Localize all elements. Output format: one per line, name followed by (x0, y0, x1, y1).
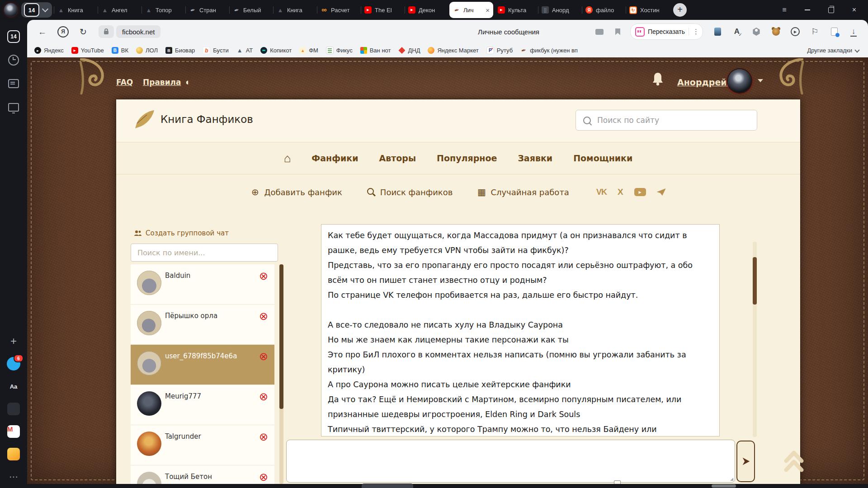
sidebar-app-icon[interactable] (7, 334, 20, 348)
delete-chat-icon[interactable]: ⊗ (259, 472, 268, 483)
social-icon[interactable] (657, 188, 666, 196)
theme-toggle-icon[interactable]: ◐ (185, 77, 190, 87)
avatar[interactable] (728, 69, 751, 93)
comments-icon[interactable] (595, 29, 604, 35)
extension-icon[interactable] (790, 26, 801, 37)
browser-tab[interactable]: Лич × (449, 2, 493, 18)
bookmark-item[interactable]: Ван нот (360, 47, 391, 54)
url-host-chip[interactable]: ficbook.net (116, 25, 161, 38)
bookmark-item[interactable]: ЛОЛ (136, 47, 158, 54)
user-menu-caret-icon[interactable] (758, 79, 763, 85)
sidebar-icon[interactable] (7, 100, 20, 114)
chat-list-item[interactable]: Meurig777 ⊗ (131, 385, 274, 425)
delete-chat-icon[interactable]: ⊗ (259, 311, 268, 322)
bookmark-item[interactable]: АТ (236, 47, 253, 54)
extension-icon[interactable] (770, 26, 781, 37)
bottom-cut-button[interactable] (712, 484, 736, 488)
browser-profile-avatar[interactable] (4, 3, 18, 17)
back-icon[interactable]: ← (38, 28, 47, 36)
nav-link[interactable]: Популярное (437, 153, 497, 163)
subnav-link[interactable]: Случайная работа (477, 188, 569, 197)
minimize-icon[interactable] (805, 9, 810, 10)
sidebar-app-icon[interactable] (7, 470, 20, 483)
reply-textarea[interactable] (287, 440, 735, 482)
bookmark-item[interactable]: Рутуб (486, 47, 513, 54)
chat-scrollbar-thumb[interactable] (279, 264, 283, 409)
rules-link[interactable]: Правила (143, 78, 181, 87)
social-icon[interactable] (618, 187, 623, 197)
faq-link[interactable]: FAQ (116, 78, 133, 87)
chat-list-item[interactable]: Talgrunder ⊗ (131, 425, 274, 465)
site-logo[interactable]: Книга Фанфиков (133, 109, 253, 129)
thread-scrollbar[interactable] (753, 242, 757, 437)
tab-close-icon[interactable]: × (486, 7, 490, 14)
extension-icon[interactable] (731, 26, 742, 37)
nav-link[interactable]: Заявки (518, 153, 552, 163)
nav-link[interactable]: Авторы (379, 153, 416, 163)
delete-chat-icon[interactable]: ⊗ (259, 351, 268, 362)
chat-list-item[interactable]: Balduin ⊗ (131, 264, 274, 305)
chat-scrollbar[interactable] (279, 264, 283, 484)
create-group-chat-link[interactable]: Создать групповой чат (134, 229, 229, 237)
bookmark-item[interactable]: YouTube (71, 47, 104, 54)
bookmark-item[interactable]: Яндекс Маркет (428, 47, 478, 54)
browser-tab[interactable]: Ангел × (98, 0, 142, 20)
maximize-icon[interactable] (828, 7, 834, 13)
browser-tab[interactable]: Топор × (142, 0, 185, 20)
browser-tab[interactable]: Анорд × (538, 0, 582, 20)
horizontal-scrollbar-thumb[interactable] (362, 483, 413, 488)
retell-more-icon[interactable]: ⋮ (693, 28, 700, 36)
username-link[interactable]: Анордрейк (677, 77, 733, 87)
sidebar-app-icon[interactable]: 6 (7, 357, 20, 371)
sidebar-app-icon[interactable] (7, 425, 20, 438)
bookmark-item[interactable]: Биовар (165, 47, 195, 54)
subnav-link[interactable]: Поиск фанфиков (367, 188, 453, 197)
sidebar-icon[interactable] (7, 53, 20, 67)
resize-grip-icon[interactable]: ◢ (730, 477, 733, 481)
browser-tab[interactable]: Культа × (494, 0, 538, 20)
extension-icon[interactable] (809, 26, 820, 37)
social-icon[interactable] (596, 188, 607, 197)
bookmark-item[interactable]: Бусти (203, 47, 228, 54)
yandex-search-icon[interactable]: Я (57, 26, 69, 38)
tab-counter[interactable]: 14 (21, 2, 52, 18)
bookmark-item[interactable]: Яндекс (34, 47, 64, 54)
nav-link[interactable]: Фанфики (311, 153, 358, 163)
delete-chat-icon[interactable]: ⊗ (259, 432, 268, 442)
browser-tab[interactable]: The El × (361, 0, 405, 20)
sidebar-icon[interactable]: 14 (7, 30, 20, 43)
extension-icon[interactable] (848, 26, 859, 37)
extension-icon[interactable] (829, 26, 840, 37)
social-icon[interactable] (634, 188, 646, 196)
bookmark-item[interactable]: Копикот (260, 47, 292, 54)
nav-link[interactable]: Помощники (573, 153, 632, 163)
window-close-icon[interactable]: × (852, 6, 856, 14)
sidebar-app-icon[interactable] (7, 402, 20, 416)
thread-scrollbar-thumb[interactable] (753, 257, 757, 305)
bookmark-item[interactable]: Фикус (326, 47, 353, 54)
site-search-input[interactable] (596, 115, 747, 125)
sidebar-app-icon[interactable] (7, 380, 20, 393)
bookmark-item[interactable]: ФМ (299, 47, 318, 54)
extension-icon[interactable] (751, 26, 762, 37)
chat-search-input[interactable] (137, 248, 272, 258)
retell-button[interactable]: Пересказать ⋮ (630, 23, 703, 40)
browser-tab[interactable]: Белый × (229, 0, 273, 20)
chat-list-item[interactable]: Пёрышко орла ⊗ (131, 305, 274, 345)
browser-tab[interactable]: Книга × (54, 0, 98, 20)
send-message-button[interactable] (736, 441, 755, 482)
bookmark-item[interactable]: ДНД (398, 47, 420, 54)
browser-tab[interactable]: Хостин × (626, 0, 670, 20)
bookmark-item[interactable]: ВК (112, 47, 128, 54)
subnav-link[interactable]: Добавить фанфик (250, 188, 342, 197)
site-security-chip[interactable] (99, 25, 114, 38)
extension-icon[interactable] (712, 26, 723, 37)
chat-list-item[interactable]: Тощий Бетон ⊗ (131, 465, 274, 484)
browser-tab[interactable]: Стран × (185, 0, 229, 20)
other-bookmarks-button[interactable]: Другие закладки (807, 47, 859, 54)
bookmark-item[interactable]: фикбук (нужен вп (520, 47, 578, 54)
chat-list-item[interactable]: user_6789f85b74e6a ⊗ (131, 345, 274, 385)
sidebar-icon[interactable] (7, 77, 20, 90)
notifications-bell-icon[interactable] (651, 72, 665, 86)
scroll-to-top-button[interactable] (783, 448, 804, 475)
